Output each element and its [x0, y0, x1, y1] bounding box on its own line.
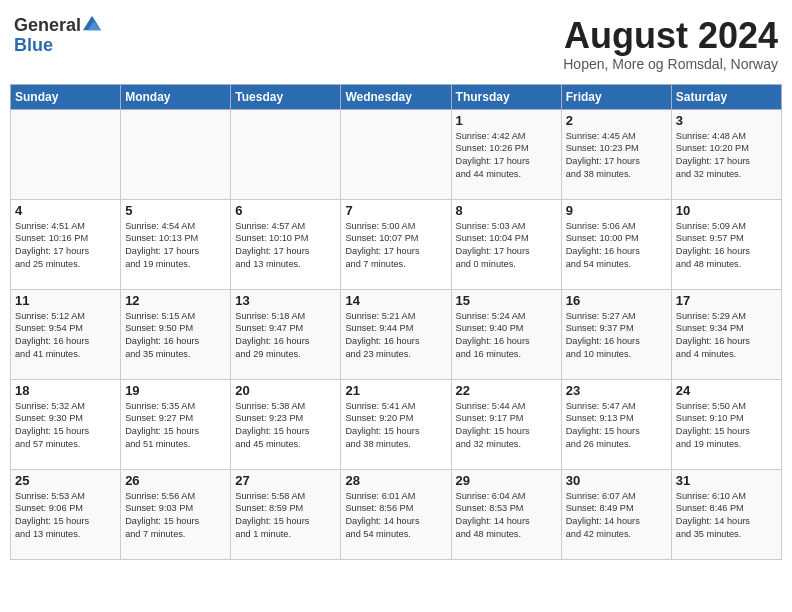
cell-text-line: Sunset: 10:07 PM	[345, 232, 446, 245]
cell-text-line: and 45 minutes.	[235, 438, 336, 451]
cell-text-line: and 13 minutes.	[235, 258, 336, 271]
day-cell	[121, 109, 231, 199]
day-cell: 14Sunrise: 5:21 AMSunset: 9:44 PMDayligh…	[341, 289, 451, 379]
day-cell: 2Sunrise: 4:45 AMSunset: 10:23 PMDayligh…	[561, 109, 671, 199]
page-header: General Blue August 2024 Hopen, More og …	[10, 10, 782, 78]
logo-blue-text: Blue	[14, 36, 101, 56]
cell-text-line: Sunrise: 5:03 AM	[456, 220, 557, 233]
week-row-3: 11Sunrise: 5:12 AMSunset: 9:54 PMDayligh…	[11, 289, 782, 379]
day-number: 4	[15, 203, 116, 218]
cell-text-line: Sunrise: 6:04 AM	[456, 490, 557, 503]
day-number: 30	[566, 473, 667, 488]
cell-text-line: and 0 minutes.	[456, 258, 557, 271]
cell-text-line: Daylight: 14 hours	[676, 515, 777, 528]
cell-text-line: Sunrise: 4:48 AM	[676, 130, 777, 143]
day-number: 25	[15, 473, 116, 488]
day-number: 12	[125, 293, 226, 308]
cell-text-line: Sunrise: 6:01 AM	[345, 490, 446, 503]
day-number: 24	[676, 383, 777, 398]
cell-text-line: Sunrise: 5:58 AM	[235, 490, 336, 503]
cell-text-line: Daylight: 17 hours	[235, 245, 336, 258]
cell-text-line: Daylight: 14 hours	[566, 515, 667, 528]
header-sunday: Sunday	[11, 84, 121, 109]
cell-text-line: Sunrise: 5:15 AM	[125, 310, 226, 323]
cell-text-line: Sunrise: 5:09 AM	[676, 220, 777, 233]
header-monday: Monday	[121, 84, 231, 109]
week-row-2: 4Sunrise: 4:51 AMSunset: 10:16 PMDayligh…	[11, 199, 782, 289]
day-cell: 6Sunrise: 4:57 AMSunset: 10:10 PMDayligh…	[231, 199, 341, 289]
day-number: 11	[15, 293, 116, 308]
day-number: 15	[456, 293, 557, 308]
month-title: August 2024	[563, 16, 778, 56]
day-cell: 4Sunrise: 4:51 AMSunset: 10:16 PMDayligh…	[11, 199, 121, 289]
days-header-row: SundayMondayTuesdayWednesdayThursdayFrid…	[11, 84, 782, 109]
cell-text-line: and 32 minutes.	[456, 438, 557, 451]
day-cell: 13Sunrise: 5:18 AMSunset: 9:47 PMDayligh…	[231, 289, 341, 379]
title-area: August 2024 Hopen, More og Romsdal, Norw…	[563, 16, 778, 72]
cell-text-line: Daylight: 15 hours	[235, 425, 336, 438]
day-cell: 27Sunrise: 5:58 AMSunset: 8:59 PMDayligh…	[231, 469, 341, 559]
cell-text-line: and 35 minutes.	[125, 348, 226, 361]
cell-text-line: Daylight: 16 hours	[15, 335, 116, 348]
cell-text-line: and 4 minutes.	[676, 348, 777, 361]
day-number: 10	[676, 203, 777, 218]
cell-text-line: Daylight: 16 hours	[566, 335, 667, 348]
cell-text-line: and 42 minutes.	[566, 528, 667, 541]
cell-text-line: Sunrise: 6:10 AM	[676, 490, 777, 503]
day-cell: 11Sunrise: 5:12 AMSunset: 9:54 PMDayligh…	[11, 289, 121, 379]
cell-text-line: Sunrise: 5:50 AM	[676, 400, 777, 413]
cell-text-line: Daylight: 15 hours	[125, 515, 226, 528]
day-number: 1	[456, 113, 557, 128]
cell-text-line: Daylight: 14 hours	[345, 515, 446, 528]
cell-text-line: Sunrise: 4:57 AM	[235, 220, 336, 233]
day-number: 3	[676, 113, 777, 128]
cell-text-line: Sunset: 10:20 PM	[676, 142, 777, 155]
cell-text-line: Sunset: 9:10 PM	[676, 412, 777, 425]
day-number: 22	[456, 383, 557, 398]
day-cell: 1Sunrise: 4:42 AMSunset: 10:26 PMDayligh…	[451, 109, 561, 199]
day-cell: 19Sunrise: 5:35 AMSunset: 9:27 PMDayligh…	[121, 379, 231, 469]
week-row-1: 1Sunrise: 4:42 AMSunset: 10:26 PMDayligh…	[11, 109, 782, 199]
cell-text-line: Sunrise: 4:54 AM	[125, 220, 226, 233]
cell-text-line: Daylight: 16 hours	[676, 245, 777, 258]
cell-text-line: Daylight: 17 hours	[15, 245, 116, 258]
cell-text-line: Sunset: 8:59 PM	[235, 502, 336, 515]
cell-text-line: Sunrise: 5:47 AM	[566, 400, 667, 413]
cell-text-line: and 44 minutes.	[456, 168, 557, 181]
cell-text-line: Sunset: 10:26 PM	[456, 142, 557, 155]
cell-text-line: and 35 minutes.	[676, 528, 777, 541]
logo-icon	[83, 14, 101, 32]
day-cell: 21Sunrise: 5:41 AMSunset: 9:20 PMDayligh…	[341, 379, 451, 469]
day-cell: 17Sunrise: 5:29 AMSunset: 9:34 PMDayligh…	[671, 289, 781, 379]
cell-text-line: Sunset: 9:13 PM	[566, 412, 667, 425]
cell-text-line: Daylight: 15 hours	[15, 515, 116, 528]
cell-text-line: and 57 minutes.	[15, 438, 116, 451]
header-wednesday: Wednesday	[341, 84, 451, 109]
day-cell: 18Sunrise: 5:32 AMSunset: 9:30 PMDayligh…	[11, 379, 121, 469]
cell-text-line: Sunrise: 5:32 AM	[15, 400, 116, 413]
week-row-5: 25Sunrise: 5:53 AMSunset: 9:06 PMDayligh…	[11, 469, 782, 559]
day-number: 19	[125, 383, 226, 398]
location-subtitle: Hopen, More og Romsdal, Norway	[563, 56, 778, 72]
day-cell: 8Sunrise: 5:03 AMSunset: 10:04 PMDayligh…	[451, 199, 561, 289]
cell-text-line: Daylight: 14 hours	[456, 515, 557, 528]
day-cell: 12Sunrise: 5:15 AMSunset: 9:50 PMDayligh…	[121, 289, 231, 379]
cell-text-line: Sunset: 8:56 PM	[345, 502, 446, 515]
cell-text-line: Sunrise: 4:51 AM	[15, 220, 116, 233]
cell-text-line: and 51 minutes.	[125, 438, 226, 451]
cell-text-line: Daylight: 15 hours	[235, 515, 336, 528]
cell-text-line: Daylight: 16 hours	[676, 335, 777, 348]
cell-text-line: Sunset: 9:23 PM	[235, 412, 336, 425]
day-number: 7	[345, 203, 446, 218]
day-cell: 5Sunrise: 4:54 AMSunset: 10:13 PMDayligh…	[121, 199, 231, 289]
cell-text-line: Daylight: 15 hours	[15, 425, 116, 438]
cell-text-line: Sunset: 9:40 PM	[456, 322, 557, 335]
cell-text-line: Sunset: 9:54 PM	[15, 322, 116, 335]
cell-text-line: and 19 minutes.	[676, 438, 777, 451]
cell-text-line: Daylight: 16 hours	[125, 335, 226, 348]
calendar-table: SundayMondayTuesdayWednesdayThursdayFrid…	[10, 84, 782, 560]
cell-text-line: Daylight: 15 hours	[456, 425, 557, 438]
cell-text-line: Sunset: 8:46 PM	[676, 502, 777, 515]
cell-text-line: Daylight: 17 hours	[566, 155, 667, 168]
cell-text-line: Daylight: 15 hours	[125, 425, 226, 438]
